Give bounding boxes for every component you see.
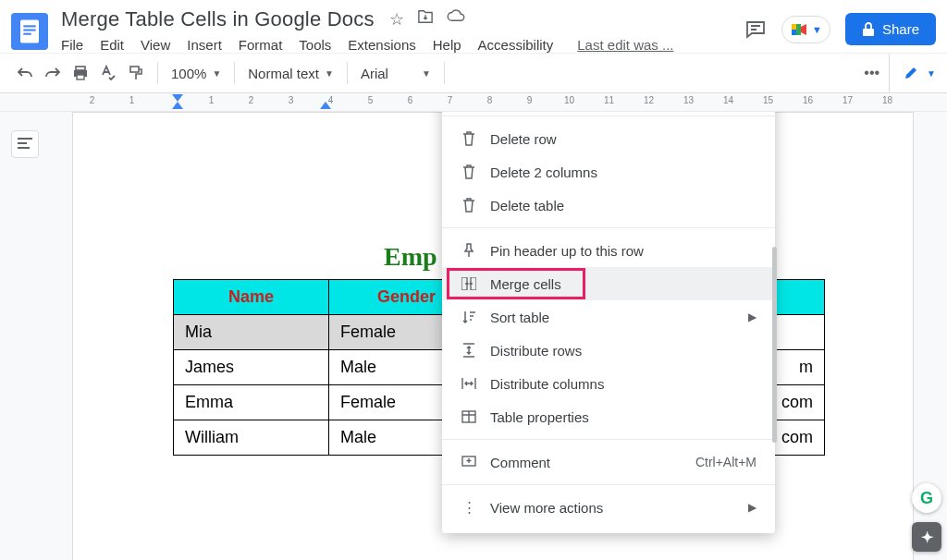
ruler-tick: 8 — [470, 95, 510, 108]
ruler-tick: 11 — [589, 95, 629, 108]
ruler-tick: 2 — [72, 95, 112, 108]
comment-add-icon — [461, 454, 477, 470]
ctx-pin-header[interactable]: Pin header up to this row — [442, 234, 775, 267]
svg-rect-14 — [18, 142, 27, 144]
comment-history-icon[interactable] — [744, 18, 767, 41]
meet-icon — [790, 20, 808, 39]
ruler-tick: 12 — [629, 95, 669, 108]
share-button[interactable]: Share — [845, 13, 936, 45]
context-menu-scrollbar[interactable] — [772, 247, 777, 443]
svg-rect-2 — [23, 30, 35, 31]
chevron-down-icon: ▼ — [812, 24, 822, 35]
last-edit-link[interactable]: Last edit was ... — [577, 37, 673, 53]
context-menu: ＋ Insert 2 columns to the right Delete r… — [442, 112, 775, 533]
cloud-status-icon[interactable] — [447, 9, 465, 30]
menu-edit[interactable]: Edit — [100, 37, 124, 53]
explore-icon[interactable]: ✦ — [912, 522, 941, 552]
canvas: Emp Name Gender Email MiaFemale JamesMal… — [0, 112, 947, 560]
table-icon — [461, 408, 477, 425]
grammarly-icon[interactable]: G — [912, 483, 941, 513]
move-icon[interactable] — [417, 9, 434, 30]
trash-icon — [461, 130, 477, 147]
undo-button[interactable] — [11, 59, 39, 87]
ruler-tick: 13 — [669, 95, 708, 108]
ruler-tick: 7 — [430, 95, 470, 108]
app-header: Merge Table Cells in Google Docs ☆ File … — [0, 0, 947, 53]
document-outline-button[interactable] — [11, 130, 39, 158]
shortcut-label: Ctrl+Alt+M — [695, 455, 756, 469]
ruler-tick: 1 — [191, 95, 231, 108]
toolbar: 100%▼ Normal text▼ Arial▼ ••• ▼ — [0, 53, 947, 93]
ruler-tick: 5 — [351, 95, 390, 108]
chevron-down-icon: ▼ — [212, 68, 221, 79]
print-button[interactable] — [67, 59, 94, 87]
ruler-tick: 15 — [748, 95, 788, 108]
ctx-table-properties[interactable]: Table properties — [442, 400, 775, 433]
more-vert-icon: ⋮ — [461, 499, 477, 516]
pencil-icon — [903, 65, 919, 81]
merge-cells-icon — [461, 275, 477, 292]
star-icon[interactable]: ☆ — [389, 9, 404, 30]
redo-button[interactable] — [39, 59, 67, 87]
ctx-distribute-columns[interactable]: Distribute columns — [442, 367, 775, 400]
ruler-tick: 18 — [867, 95, 907, 108]
svg-rect-8 — [863, 29, 874, 36]
menu-file[interactable]: File — [61, 37, 83, 53]
title-block: Merge Table Cells in Google Docs ☆ File … — [61, 7, 744, 53]
side-badges: G ✦ — [912, 483, 941, 552]
spellcheck-button[interactable] — [94, 59, 122, 87]
ctx-view-more[interactable]: ⋮ View more actions ▶ — [442, 491, 775, 524]
sort-icon — [461, 309, 477, 325]
svg-rect-3 — [23, 33, 31, 35]
chevron-down-icon: ▼ — [422, 68, 431, 79]
share-label: Share — [882, 21, 919, 37]
ruler-tick: 14 — [708, 95, 748, 108]
pin-icon — [461, 242, 477, 259]
menu-accessibility[interactable]: Accessibility — [478, 37, 554, 53]
trash-icon — [461, 164, 477, 180]
toolbar-more-icon[interactable]: ••• — [864, 65, 879, 81]
svg-rect-15 — [18, 147, 30, 149]
ctx-sort-table[interactable]: Sort table ▶ — [442, 300, 775, 334]
svg-rect-9 — [76, 67, 85, 70]
menu-insert[interactable]: Insert — [187, 37, 222, 53]
ctx-comment[interactable]: Comment Ctrl+Alt+M — [442, 445, 775, 479]
ruler-tick: 6 — [390, 95, 430, 108]
chevron-right-icon: ▶ — [748, 501, 756, 514]
distribute-columns-icon — [461, 375, 477, 392]
ctx-merge-cells[interactable]: Merge cells — [442, 267, 775, 300]
header-right: ▼ Share — [744, 13, 936, 45]
ctx-delete-columns[interactable]: Delete 2 columns — [442, 155, 775, 189]
paint-format-button[interactable] — [122, 59, 150, 87]
svg-rect-11 — [77, 75, 84, 79]
svg-rect-6 — [792, 30, 796, 35]
svg-rect-13 — [18, 138, 32, 140]
font-select[interactable]: Arial▼ — [355, 66, 437, 81]
col-header-name[interactable]: Name — [174, 280, 329, 315]
ctx-delete-row[interactable]: Delete row — [442, 122, 775, 155]
style-select[interactable]: Normal text▼ — [242, 66, 339, 81]
ruler-tick: 1 — [112, 95, 152, 108]
zoom-select[interactable]: 100%▼ — [166, 66, 227, 81]
ruler-tick: 2 — [231, 95, 271, 108]
meet-button[interactable]: ▼ — [781, 16, 830, 43]
document-heading: Emp — [384, 242, 437, 272]
ctx-delete-table[interactable]: Delete table — [442, 189, 775, 222]
menu-view[interactable]: View — [141, 37, 170, 53]
menu-format[interactable]: Format — [239, 37, 283, 53]
ruler-tick: 9 — [510, 95, 549, 108]
svg-rect-5 — [792, 24, 796, 30]
menu-tools[interactable]: Tools — [299, 37, 331, 53]
docs-logo-icon[interactable] — [11, 13, 48, 50]
menu-bar: File Edit View Insert Format Tools Exten… — [61, 37, 744, 53]
chevron-down-icon: ▼ — [927, 68, 936, 79]
menu-help[interactable]: Help — [433, 37, 461, 53]
editing-mode-button[interactable]: ▼ — [889, 54, 936, 92]
svg-marker-7 — [801, 24, 806, 35]
ctx-distribute-rows[interactable]: Distribute rows — [442, 334, 775, 367]
ruler-tick: 10 — [549, 95, 589, 108]
ruler[interactable]: 21123456789101112131415161718 — [0, 93, 947, 112]
menu-extensions[interactable]: Extensions — [348, 37, 415, 53]
doc-title[interactable]: Merge Table Cells in Google Docs — [61, 7, 375, 31]
chevron-down-icon: ▼ — [325, 68, 334, 79]
